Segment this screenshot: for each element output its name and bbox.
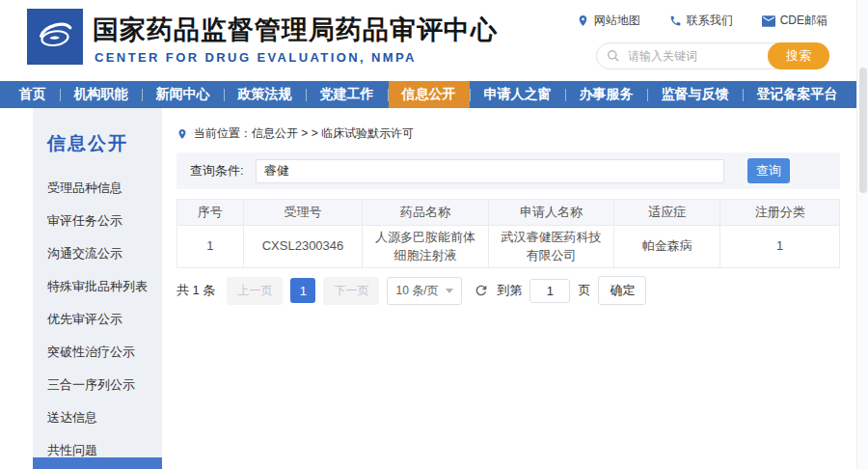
sidebar: 信息公开 受理品种信息 审评任务公示 沟通交流公示 特殊审批品种列表 优先审评公… <box>33 108 162 469</box>
nav-item-info-disclosure[interactable]: 信息公开 <box>389 81 470 108</box>
page: 国家药品监督管理局药品审评中心 CENTER FOR DRUG EVALUATI… <box>0 0 868 469</box>
site-header: 国家药品监督管理局药品审评中心 CENTER FOR DRUG EVALUATI… <box>0 0 856 81</box>
site-search: 搜索 <box>596 42 829 69</box>
sitemap-link[interactable]: 网站地图 <box>577 13 640 29</box>
sitemap-link-label: 网站地图 <box>594 13 640 29</box>
scrollbar-thumb[interactable] <box>859 68 867 193</box>
table-header-drug-name: 药品名称 <box>363 200 489 226</box>
cell-applicant: 武汉睿健医药科技有限公司 <box>488 226 614 268</box>
sidebar-item-accepted-varieties[interactable]: 受理品种信息 <box>33 172 162 205</box>
pagination: 共 1 条 上一页 1 下一页 10 条/页 到第 页 确定 <box>176 276 646 305</box>
next-page-button[interactable]: 下一页 <box>323 277 379 305</box>
query-panel: 查询条件: 查询 <box>176 152 840 189</box>
chevron-down-icon <box>446 289 453 293</box>
cde-logo-icon <box>33 13 77 61</box>
table-header-applicant: 申请人名称 <box>488 200 614 226</box>
nav-item-policy[interactable]: 政策法规 <box>225 81 306 108</box>
breadcrumb-text: 当前位置：信息公开 > > 临床试验默示许可 <box>194 125 414 142</box>
site-title-cn: 国家药品监督管理局药品审评中心 <box>93 13 498 47</box>
goto-page-suffix: 页 <box>578 282 590 299</box>
breadcrumb-pin-icon <box>176 128 188 140</box>
sidebar-item-communication[interactable]: 沟通交流公示 <box>33 237 162 270</box>
cell-acceptance-no: CXSL2300346 <box>243 226 363 268</box>
sidebar-item-three-in-one[interactable]: 三合一序列公示 <box>33 369 162 401</box>
nav-item-applicant-window[interactable]: 申请人之窗 <box>471 81 565 108</box>
breadcrumb: 当前位置：信息公开 > > 临床试验默示许可 <box>176 125 414 142</box>
sidebar-title: 信息公开 <box>33 108 162 156</box>
main-nav: 首页 机构职能 新闻中心 政策法规 党建工作 信息公开 申请人之窗 办事服务 监… <box>0 81 856 108</box>
header-quick-links: 网站地图 联系我们 CDE邮箱 <box>577 13 827 29</box>
table-row: 1 CXSL2300346 人源多巴胺能前体细胞注射液 武汉睿健医药科技有限公司… <box>177 226 840 268</box>
nav-item-home[interactable]: 首页 <box>6 81 60 108</box>
contact-link-label: 联系我们 <box>687 13 733 29</box>
cell-indication: 帕金森病 <box>614 226 720 268</box>
envelope-icon <box>762 15 775 27</box>
mailbox-link-label: CDE邮箱 <box>780 13 827 29</box>
sidebar-active-item-partial[interactable] <box>33 457 162 469</box>
nav-item-supervision[interactable]: 监督与反馈 <box>648 81 743 108</box>
cell-index: 1 <box>177 226 244 268</box>
table-header-registration-class: 注册分类 <box>720 200 840 226</box>
page-size-value: 10 条/页 <box>395 283 438 299</box>
scrollbar-track[interactable] <box>856 0 868 469</box>
table-header-row: 序号 受理号 药品名称 申请人名称 适应症 注册分类 <box>177 200 840 226</box>
refresh-icon[interactable] <box>474 283 489 298</box>
phone-icon <box>669 14 682 27</box>
nav-item-services[interactable]: 办事服务 <box>566 81 647 108</box>
page-number-button[interactable]: 1 <box>290 278 315 303</box>
search-button[interactable]: 搜索 <box>768 42 829 69</box>
cell-drug-name: 人源多巴胺能前体细胞注射液 <box>363 226 489 268</box>
nav-item-party[interactable]: 党建工作 <box>307 81 388 108</box>
nav-item-functions[interactable]: 机构职能 <box>61 81 142 108</box>
nav-item-registration-platform[interactable]: 登记备案平台 <box>744 81 852 108</box>
sidebar-item-review-tasks[interactable]: 审评任务公示 <box>33 205 162 237</box>
query-condition-input[interactable] <box>256 159 724 183</box>
sidebar-item-delivery-info[interactable]: 送达信息 <box>33 401 162 434</box>
cde-logo[interactable] <box>27 9 83 65</box>
cell-registration-class: 1 <box>720 226 840 268</box>
prev-page-button[interactable]: 上一页 <box>227 277 283 305</box>
sidebar-item-priority-review[interactable]: 优先审评公示 <box>33 303 162 336</box>
goto-page-input[interactable] <box>529 279 570 303</box>
page-size-select[interactable]: 10 条/页 <box>387 277 462 305</box>
sidebar-list: 受理品种信息 审评任务公示 沟通交流公示 特殊审批品种列表 优先审评公示 突破性… <box>33 172 162 467</box>
results-table: 序号 受理号 药品名称 申请人名称 适应症 注册分类 1 CXSL2300346… <box>176 199 840 268</box>
site-title-en: CENTER FOR DRUG EVALUATION, NMPA <box>95 50 417 65</box>
search-icon <box>607 49 620 67</box>
goto-page-label: 到第 <box>497 282 522 299</box>
location-pin-icon <box>577 14 589 27</box>
table-header-index: 序号 <box>177 200 244 226</box>
query-condition-label: 查询条件: <box>190 162 244 179</box>
pagination-total: 共 1 条 <box>176 282 215 299</box>
contact-link[interactable]: 联系我们 <box>669 13 733 29</box>
table-header-acceptance-no: 受理号 <box>243 200 363 226</box>
table-header-indication: 适应症 <box>614 200 720 226</box>
nav-item-news[interactable]: 新闻中心 <box>143 81 224 108</box>
confirm-button[interactable]: 确定 <box>598 276 646 305</box>
mailbox-link[interactable]: CDE邮箱 <box>762 13 827 29</box>
sidebar-item-special-approval[interactable]: 特殊审批品种列表 <box>33 270 162 303</box>
query-button[interactable]: 查询 <box>747 158 790 183</box>
sidebar-item-breakthrough-therapy[interactable]: 突破性治疗公示 <box>33 336 162 369</box>
